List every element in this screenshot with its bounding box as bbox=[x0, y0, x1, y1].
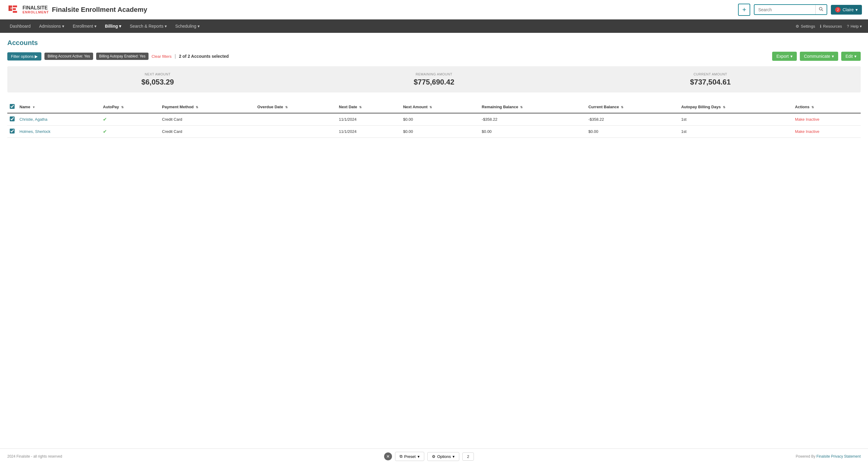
select-all-checkbox[interactable] bbox=[10, 104, 14, 109]
actions-sort-icon: ⇅ bbox=[811, 105, 814, 109]
logo-icon bbox=[6, 3, 20, 16]
row-next-date-cell: 11/1/2024 bbox=[337, 126, 401, 138]
communicate-button[interactable]: Communicate ▾ bbox=[800, 52, 838, 61]
row-overdue-date-cell bbox=[255, 113, 337, 126]
row-next-amount-cell: $0.00 bbox=[401, 126, 479, 138]
top-header: FINALSITE ENROLLMENT Finalsite Enrollmen… bbox=[0, 0, 868, 20]
overdue-date-sort-icon: ⇅ bbox=[285, 105, 288, 109]
brand-sub: ENROLLMENT bbox=[23, 10, 49, 14]
row-checkbox-1[interactable] bbox=[10, 129, 14, 133]
next-date-sort-icon: ⇅ bbox=[359, 105, 362, 109]
row-action-cell: Make Inactive bbox=[793, 126, 861, 138]
page-title: Accounts bbox=[7, 39, 861, 47]
row-name-cell: Christie, Agatha bbox=[17, 113, 100, 126]
help-icon: ? bbox=[847, 24, 849, 29]
row-name-link-0[interactable]: Christie, Agatha bbox=[20, 117, 48, 122]
logo-area: FINALSITE ENROLLMENT Finalsite Enrollmen… bbox=[6, 3, 147, 16]
logo-text: FINALSITE ENROLLMENT bbox=[23, 5, 49, 14]
filter-tag-active: Billing Account Active: Yes bbox=[44, 53, 93, 60]
payment-method-sort-icon: ⇅ bbox=[196, 105, 198, 109]
row-autopay-cell: ✔ bbox=[100, 126, 159, 138]
action-buttons: Export ▾ Communicate ▾ Edit ▾ bbox=[772, 52, 861, 61]
notification-badge: 2 bbox=[835, 7, 841, 12]
name-sort-icon: ▼ bbox=[32, 105, 35, 109]
col-autopay[interactable]: AutoPay ⇅ bbox=[100, 101, 159, 113]
search-box bbox=[754, 4, 827, 15]
row-autopay-billing-days-cell: 1st bbox=[679, 113, 793, 126]
filter-arrow-icon: ▶ bbox=[35, 54, 38, 59]
next-amount-value: $6,053.29 bbox=[20, 78, 296, 86]
nav-item-admissions[interactable]: Admissions ▾ bbox=[36, 21, 68, 31]
autopay-check-icon: ✔ bbox=[103, 129, 107, 134]
col-next-date[interactable]: Next Date ⇅ bbox=[337, 101, 401, 113]
clear-filters-link[interactable]: Clear filters bbox=[152, 54, 172, 59]
remaining-amount-label: REMAINING AMOUNT bbox=[296, 72, 572, 76]
settings-label: Settings bbox=[801, 24, 815, 29]
nav-item-dashboard[interactable]: Dashboard bbox=[6, 21, 34, 31]
table-header-row: Name ▼ AutoPay ⇅ Payment Method ⇅ Overdu… bbox=[7, 101, 861, 113]
edit-button[interactable]: Edit ▾ bbox=[841, 52, 861, 61]
nav-item-scheduling[interactable]: Scheduling ▾ bbox=[172, 21, 203, 31]
user-menu-button[interactable]: 2 Claire ▾ bbox=[831, 5, 862, 14]
brand-name: FINALSITE bbox=[23, 5, 49, 11]
nav-item-search-reports[interactable]: Search & Reports ▾ bbox=[126, 21, 170, 31]
svg-rect-3 bbox=[13, 5, 17, 7]
row-name-link-1[interactable]: Holmes, Sherlock bbox=[20, 129, 51, 134]
selected-count: 2 of 2 Accounts selected bbox=[179, 54, 229, 59]
svg-line-7 bbox=[822, 10, 823, 11]
filter-options-label: Filter options bbox=[11, 54, 33, 59]
row-name-cell: Holmes, Sherlock bbox=[17, 126, 100, 138]
row-payment-method-cell: Credit Card bbox=[159, 126, 255, 138]
export-button[interactable]: Export ▾ bbox=[772, 52, 797, 61]
autopay-sort-icon: ⇅ bbox=[121, 105, 124, 109]
svg-point-6 bbox=[819, 7, 822, 10]
header-actions: + 2 Claire ▾ bbox=[738, 4, 862, 16]
col-remaining-balance[interactable]: Remaining Balance ⇅ bbox=[479, 101, 586, 113]
row-action-link-1[interactable]: Make Inactive bbox=[795, 129, 819, 134]
remaining-amount-value: $775,690.42 bbox=[296, 78, 572, 86]
accounts-table: Name ▼ AutoPay ⇅ Payment Method ⇅ Overdu… bbox=[7, 101, 861, 138]
filter-tag-autopay: Billing Autopay Enabled: Yes bbox=[96, 53, 149, 60]
col-current-balance[interactable]: Current Balance ⇅ bbox=[586, 101, 679, 113]
col-overdue-date[interactable]: Overdue Date ⇅ bbox=[255, 101, 337, 113]
current-amount-value: $737,504.61 bbox=[572, 78, 848, 86]
export-label: Export bbox=[776, 54, 788, 59]
row-checkbox-cell bbox=[7, 126, 17, 138]
filter-options-button[interactable]: Filter options ▶ bbox=[7, 52, 41, 61]
autopay-check-icon: ✔ bbox=[103, 117, 107, 122]
col-payment-method[interactable]: Payment Method ⇅ bbox=[159, 101, 255, 113]
row-remaining-balance-cell: $0.00 bbox=[479, 126, 586, 138]
col-autopay-billing-days[interactable]: Autopay Billing Days ⇅ bbox=[679, 101, 793, 113]
main-nav: Dashboard Admissions ▾ Enrollment ▾ Bill… bbox=[0, 20, 868, 33]
plus-button[interactable]: + bbox=[738, 4, 750, 16]
row-next-date-cell: 11/1/2024 bbox=[337, 113, 401, 126]
table-row: Christie, Agatha ✔ Credit Card 11/1/2024… bbox=[7, 113, 861, 126]
edit-label: Edit bbox=[845, 54, 853, 59]
col-actions[interactable]: Actions ⇅ bbox=[793, 101, 861, 113]
nav-left: Dashboard Admissions ▾ Enrollment ▾ Bill… bbox=[6, 21, 796, 31]
info-icon: ℹ bbox=[820, 24, 822, 29]
nav-item-billing[interactable]: Billing ▾ bbox=[101, 21, 125, 31]
communicate-chevron-icon: ▾ bbox=[832, 54, 834, 59]
user-name: Claire bbox=[842, 7, 854, 12]
col-next-amount[interactable]: Next Amount ⇅ bbox=[401, 101, 479, 113]
row-current-balance-cell: $0.00 bbox=[586, 126, 679, 138]
col-checkbox bbox=[7, 101, 17, 113]
site-title: Finalsite Enrollment Academy bbox=[52, 6, 147, 14]
nav-item-enrollment[interactable]: Enrollment ▾ bbox=[69, 21, 100, 31]
row-checkbox-0[interactable] bbox=[10, 117, 14, 121]
gear-icon: ⚙ bbox=[796, 24, 799, 29]
export-chevron-icon: ▾ bbox=[790, 54, 793, 59]
svg-rect-4 bbox=[13, 8, 16, 10]
row-autopay-cell: ✔ bbox=[100, 113, 159, 126]
table-row: Holmes, Sherlock ✔ Credit Card 11/1/2024… bbox=[7, 126, 861, 138]
row-action-link-0[interactable]: Make Inactive bbox=[795, 117, 819, 122]
filter-bar: Filter options ▶ Billing Account Active:… bbox=[7, 52, 861, 61]
next-amount-label: NEXT AMOUNT bbox=[20, 72, 296, 76]
help-nav-item[interactable]: ? Help ▾ bbox=[847, 24, 862, 29]
search-button[interactable] bbox=[815, 5, 827, 14]
resources-nav-item[interactable]: ℹ Resources bbox=[820, 24, 842, 29]
search-input[interactable] bbox=[754, 5, 815, 14]
col-name[interactable]: Name ▼ bbox=[17, 101, 100, 113]
settings-nav-item[interactable]: ⚙ Settings bbox=[796, 24, 815, 29]
